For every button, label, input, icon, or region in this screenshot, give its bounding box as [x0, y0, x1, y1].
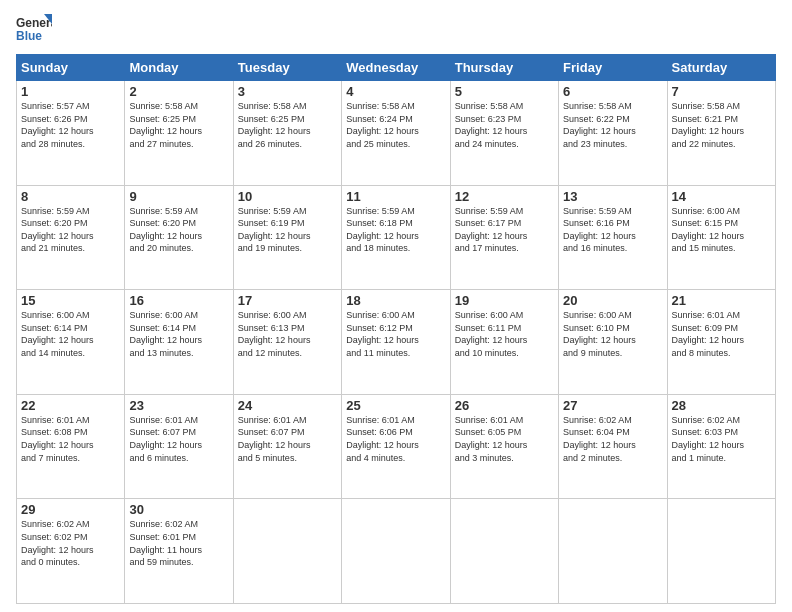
day-cell-18: 18Sunrise: 6:00 AMSunset: 6:12 PMDayligh…	[342, 290, 450, 395]
day-detail: Sunrise: 6:00 AMSunset: 6:10 PMDaylight:…	[563, 310, 636, 358]
empty-cell	[667, 499, 775, 604]
day-cell-8: 8Sunrise: 5:59 AMSunset: 6:20 PMDaylight…	[17, 185, 125, 290]
day-number: 5	[455, 84, 554, 99]
day-cell-1: 1Sunrise: 5:57 AMSunset: 6:26 PMDaylight…	[17, 81, 125, 186]
weekday-header-thursday: Thursday	[450, 55, 558, 81]
day-cell-5: 5Sunrise: 5:58 AMSunset: 6:23 PMDaylight…	[450, 81, 558, 186]
day-detail: Sunrise: 6:02 AMSunset: 6:02 PMDaylight:…	[21, 519, 94, 567]
day-number: 19	[455, 293, 554, 308]
day-detail: Sunrise: 5:59 AMSunset: 6:20 PMDaylight:…	[21, 206, 94, 254]
day-cell-3: 3Sunrise: 5:58 AMSunset: 6:25 PMDaylight…	[233, 81, 341, 186]
day-number: 11	[346, 189, 445, 204]
day-cell-21: 21Sunrise: 6:01 AMSunset: 6:09 PMDayligh…	[667, 290, 775, 395]
day-detail: Sunrise: 6:02 AMSunset: 6:04 PMDaylight:…	[563, 415, 636, 463]
day-cell-29: 29Sunrise: 6:02 AMSunset: 6:02 PMDayligh…	[17, 499, 125, 604]
day-detail: Sunrise: 6:01 AMSunset: 6:06 PMDaylight:…	[346, 415, 419, 463]
day-number: 17	[238, 293, 337, 308]
day-cell-17: 17Sunrise: 6:00 AMSunset: 6:13 PMDayligh…	[233, 290, 341, 395]
day-number: 2	[129, 84, 228, 99]
day-cell-15: 15Sunrise: 6:00 AMSunset: 6:14 PMDayligh…	[17, 290, 125, 395]
empty-cell	[559, 499, 667, 604]
day-number: 16	[129, 293, 228, 308]
day-cell-4: 4Sunrise: 5:58 AMSunset: 6:24 PMDaylight…	[342, 81, 450, 186]
day-detail: Sunrise: 6:01 AMSunset: 6:07 PMDaylight:…	[238, 415, 311, 463]
logo-svg: General Blue	[16, 12, 52, 48]
weekday-header-sunday: Sunday	[17, 55, 125, 81]
day-number: 21	[672, 293, 771, 308]
day-cell-27: 27Sunrise: 6:02 AMSunset: 6:04 PMDayligh…	[559, 394, 667, 499]
weekday-header-monday: Monday	[125, 55, 233, 81]
day-number: 12	[455, 189, 554, 204]
calendar-table: SundayMondayTuesdayWednesdayThursdayFrid…	[16, 54, 776, 604]
day-number: 30	[129, 502, 228, 517]
day-detail: Sunrise: 6:00 AMSunset: 6:14 PMDaylight:…	[129, 310, 202, 358]
day-cell-28: 28Sunrise: 6:02 AMSunset: 6:03 PMDayligh…	[667, 394, 775, 499]
week-row-3: 15Sunrise: 6:00 AMSunset: 6:14 PMDayligh…	[17, 290, 776, 395]
day-detail: Sunrise: 6:01 AMSunset: 6:08 PMDaylight:…	[21, 415, 94, 463]
day-cell-14: 14Sunrise: 6:00 AMSunset: 6:15 PMDayligh…	[667, 185, 775, 290]
day-number: 25	[346, 398, 445, 413]
day-cell-19: 19Sunrise: 6:00 AMSunset: 6:11 PMDayligh…	[450, 290, 558, 395]
day-cell-30: 30Sunrise: 6:02 AMSunset: 6:01 PMDayligh…	[125, 499, 233, 604]
day-number: 7	[672, 84, 771, 99]
day-number: 14	[672, 189, 771, 204]
week-row-2: 8Sunrise: 5:59 AMSunset: 6:20 PMDaylight…	[17, 185, 776, 290]
day-detail: Sunrise: 6:00 AMSunset: 6:15 PMDaylight:…	[672, 206, 745, 254]
day-cell-22: 22Sunrise: 6:01 AMSunset: 6:08 PMDayligh…	[17, 394, 125, 499]
day-cell-12: 12Sunrise: 5:59 AMSunset: 6:17 PMDayligh…	[450, 185, 558, 290]
day-number: 18	[346, 293, 445, 308]
day-cell-10: 10Sunrise: 5:59 AMSunset: 6:19 PMDayligh…	[233, 185, 341, 290]
page: General Blue SundayMondayTuesdayWednesda…	[0, 0, 792, 612]
day-number: 10	[238, 189, 337, 204]
day-detail: Sunrise: 6:00 AMSunset: 6:12 PMDaylight:…	[346, 310, 419, 358]
logo: General Blue	[16, 12, 52, 48]
svg-text:Blue: Blue	[16, 29, 42, 43]
day-detail: Sunrise: 5:59 AMSunset: 6:17 PMDaylight:…	[455, 206, 528, 254]
day-detail: Sunrise: 6:00 AMSunset: 6:14 PMDaylight:…	[21, 310, 94, 358]
day-number: 26	[455, 398, 554, 413]
day-number: 13	[563, 189, 662, 204]
week-row-4: 22Sunrise: 6:01 AMSunset: 6:08 PMDayligh…	[17, 394, 776, 499]
svg-text:General: General	[16, 16, 52, 30]
day-number: 23	[129, 398, 228, 413]
day-detail: Sunrise: 5:58 AMSunset: 6:22 PMDaylight:…	[563, 101, 636, 149]
day-detail: Sunrise: 5:58 AMSunset: 6:25 PMDaylight:…	[129, 101, 202, 149]
day-number: 27	[563, 398, 662, 413]
weekday-header-row: SundayMondayTuesdayWednesdayThursdayFrid…	[17, 55, 776, 81]
day-detail: Sunrise: 5:59 AMSunset: 6:16 PMDaylight:…	[563, 206, 636, 254]
day-number: 20	[563, 293, 662, 308]
day-number: 28	[672, 398, 771, 413]
day-detail: Sunrise: 6:01 AMSunset: 6:07 PMDaylight:…	[129, 415, 202, 463]
day-number: 22	[21, 398, 120, 413]
day-detail: Sunrise: 6:02 AMSunset: 6:03 PMDaylight:…	[672, 415, 745, 463]
day-number: 9	[129, 189, 228, 204]
day-number: 6	[563, 84, 662, 99]
weekday-header-wednesday: Wednesday	[342, 55, 450, 81]
day-number: 4	[346, 84, 445, 99]
day-cell-20: 20Sunrise: 6:00 AMSunset: 6:10 PMDayligh…	[559, 290, 667, 395]
day-number: 3	[238, 84, 337, 99]
day-cell-6: 6Sunrise: 5:58 AMSunset: 6:22 PMDaylight…	[559, 81, 667, 186]
week-row-1: 1Sunrise: 5:57 AMSunset: 6:26 PMDaylight…	[17, 81, 776, 186]
day-detail: Sunrise: 6:00 AMSunset: 6:13 PMDaylight:…	[238, 310, 311, 358]
day-cell-13: 13Sunrise: 5:59 AMSunset: 6:16 PMDayligh…	[559, 185, 667, 290]
day-cell-11: 11Sunrise: 5:59 AMSunset: 6:18 PMDayligh…	[342, 185, 450, 290]
empty-cell	[233, 499, 341, 604]
day-cell-2: 2Sunrise: 5:58 AMSunset: 6:25 PMDaylight…	[125, 81, 233, 186]
empty-cell	[342, 499, 450, 604]
day-detail: Sunrise: 5:59 AMSunset: 6:18 PMDaylight:…	[346, 206, 419, 254]
day-cell-16: 16Sunrise: 6:00 AMSunset: 6:14 PMDayligh…	[125, 290, 233, 395]
day-detail: Sunrise: 5:58 AMSunset: 6:21 PMDaylight:…	[672, 101, 745, 149]
day-cell-9: 9Sunrise: 5:59 AMSunset: 6:20 PMDaylight…	[125, 185, 233, 290]
day-number: 15	[21, 293, 120, 308]
day-number: 8	[21, 189, 120, 204]
day-detail: Sunrise: 5:58 AMSunset: 6:24 PMDaylight:…	[346, 101, 419, 149]
day-detail: Sunrise: 6:02 AMSunset: 6:01 PMDaylight:…	[129, 519, 202, 567]
day-cell-24: 24Sunrise: 6:01 AMSunset: 6:07 PMDayligh…	[233, 394, 341, 499]
day-cell-25: 25Sunrise: 6:01 AMSunset: 6:06 PMDayligh…	[342, 394, 450, 499]
top-section: General Blue	[16, 12, 776, 48]
empty-cell	[450, 499, 558, 604]
weekday-header-friday: Friday	[559, 55, 667, 81]
day-detail: Sunrise: 6:00 AMSunset: 6:11 PMDaylight:…	[455, 310, 528, 358]
day-number: 29	[21, 502, 120, 517]
